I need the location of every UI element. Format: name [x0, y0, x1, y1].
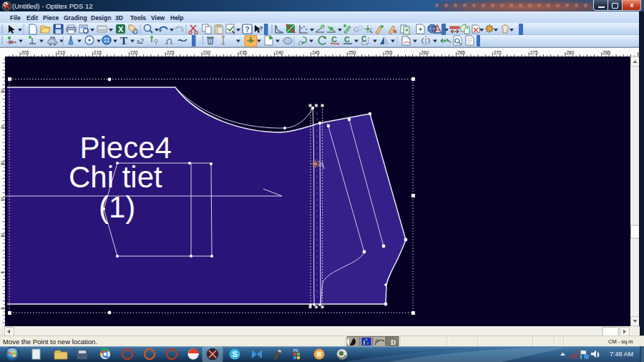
svg-text:220: 220 [130, 50, 138, 55]
svg-text:205: 205 [21, 50, 29, 55]
svg-text:240: 240 [275, 50, 283, 55]
svg-text:S: S [233, 350, 238, 358]
svg-text:260: 260 [421, 50, 429, 55]
svg-text:250: 250 [348, 50, 356, 55]
svg-text:?: ? [259, 25, 263, 32]
svg-text:(1): (1) [99, 190, 135, 224]
svg-text:285: 285 [602, 50, 610, 55]
svg-text:25: 25 [1, 124, 5, 129]
svg-text:215: 215 [94, 50, 102, 55]
svg-text:270: 270 [494, 50, 502, 55]
svg-text:D: D [391, 338, 396, 346]
svg-text:PS: PS [293, 348, 298, 353]
svg-text:275: 275 [530, 50, 538, 55]
svg-text:X: X [118, 25, 124, 34]
svg-text:245: 245 [312, 50, 320, 55]
svg-text:0: 0 [1, 307, 5, 310]
svg-text:Piece4: Piece4 [80, 131, 172, 165]
svg-text:5: 5 [1, 270, 5, 273]
svg-text:255: 255 [385, 50, 393, 55]
svg-text:7:48 AM: 7:48 AM [610, 351, 633, 358]
svg-text:20: 20 [1, 160, 5, 165]
svg-text:230: 230 [203, 50, 211, 55]
svg-text:210: 210 [57, 50, 65, 55]
svg-text:280: 280 [567, 50, 575, 55]
svg-text:225: 225 [167, 50, 175, 55]
svg-text:265: 265 [457, 50, 465, 55]
svg-text:235: 235 [239, 50, 247, 55]
svg-text:Chi tiet: Chi tiet [69, 160, 162, 194]
svg-text:C: C [344, 35, 350, 44]
svg-text:T: T [120, 35, 127, 47]
svg-text:30: 30 [1, 88, 5, 93]
svg-text:10: 10 [1, 233, 5, 238]
svg-text:C: C [331, 35, 337, 44]
svg-text:15: 15 [1, 196, 5, 201]
svg-text:?: ? [245, 26, 250, 34]
svg-text:s2: s2 [137, 36, 144, 45]
